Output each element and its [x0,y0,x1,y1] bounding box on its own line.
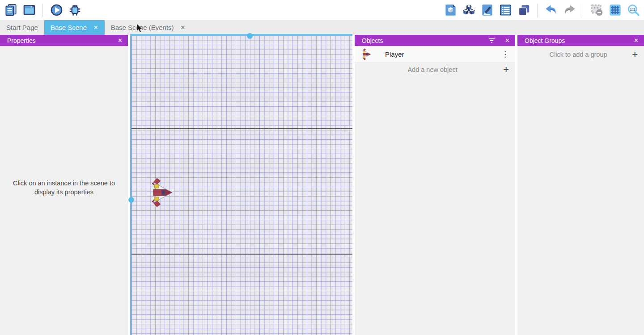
close-icon[interactable]: ✕ [93,25,98,30]
close-icon[interactable]: ✕ [505,38,510,43]
toolbar-separator [42,4,43,17]
object-groups-panel: Object Groups ✕ Click to add a group + [517,35,644,335]
zoom-icon[interactable]: 1:1 [626,3,640,17]
panel-title: Properties [7,37,36,44]
delete-selection-icon[interactable] [589,3,604,17]
add-group-row[interactable]: Click to add a group + [517,46,644,63]
toolbar-separator [537,4,538,17]
close-icon[interactable]: ✕ [118,38,123,43]
tab-label: Base Scene [51,24,87,31]
main-toolbar: 1:1 [0,0,644,20]
player-object-thumbnail [362,48,372,60]
debug-icon[interactable] [68,3,82,17]
redo-icon[interactable] [562,3,576,17]
tab-start-page[interactable]: Start Page [0,20,44,35]
game-window-border-bottom [131,254,352,255]
undo-icon[interactable] [544,3,558,17]
project-manager-icon[interactable] [4,3,18,17]
panel-title: Object Groups [525,37,565,44]
toggle-grid-icon[interactable] [608,3,622,17]
tab-base-scene[interactable]: Base Scene ✕ [44,20,105,35]
add-object-label: Add a new object [362,66,503,73]
tab-label: Base Scene (Events) [111,24,174,31]
player-instance-sprite[interactable] [151,178,174,207]
properties-empty-message: Click on an instance in the scene to dis… [4,179,124,197]
scene-canvas[interactable] [130,34,352,335]
object-row-player[interactable]: Player ⋮ [355,46,515,63]
tab-label: Start Page [6,24,38,31]
layers-editor-icon[interactable] [517,3,531,17]
tab-base-scene-events[interactable]: Base Scene (Events) ✕ [105,20,192,35]
close-icon[interactable]: ✕ [634,38,639,43]
object-groups-panel-header: Object Groups ✕ [517,35,644,46]
properties-panel: Properties ✕ Click on an instance in the… [0,35,128,335]
launch-preview-icon[interactable] [49,3,64,17]
filter-icon[interactable] [488,38,495,43]
plus-icon[interactable]: + [632,50,638,59]
instances-list-icon[interactable] [498,3,513,17]
scene-edge-left[interactable] [130,34,131,335]
objects-editor-icon[interactable] [443,3,458,17]
close-icon[interactable]: ✕ [181,25,186,30]
gdevelop-scene-editor: { "colors": { "accent_purple": "#a233c6"… [0,0,644,335]
add-group-label: Click to add a group [525,51,632,58]
objects-panel-header: Objects ✕ [355,35,515,46]
panel-title: Objects [362,37,383,44]
plus-icon[interactable]: + [503,65,509,75]
scene-edge-top[interactable] [130,34,352,35]
toolbar-left-group [4,3,82,17]
scene-resize-handle-top[interactable] [247,33,253,39]
toolbar-right-group: 1:1 [443,3,640,17]
objects-panel: Objects ✕ Player ⋮ Add a new object + [355,35,515,335]
object-groups-editor-icon[interactable] [462,3,476,17]
scene-resize-handle-left[interactable] [128,197,134,203]
properties-panel-header: Properties ✕ [0,35,128,46]
game-window-border-top [131,128,352,129]
preview-window-icon[interactable] [22,3,36,17]
kebab-menu-icon[interactable]: ⋮ [501,50,509,58]
tab-bar: Start Page Base Scene ✕ Base Scene (Even… [0,20,644,35]
toolbar-separator [583,4,583,17]
add-object-row[interactable]: Add a new object + [355,63,515,76]
zoom-ratio-label: 1:1 [630,7,635,12]
object-name: Player [385,50,404,58]
properties-editor-icon[interactable] [480,3,494,17]
